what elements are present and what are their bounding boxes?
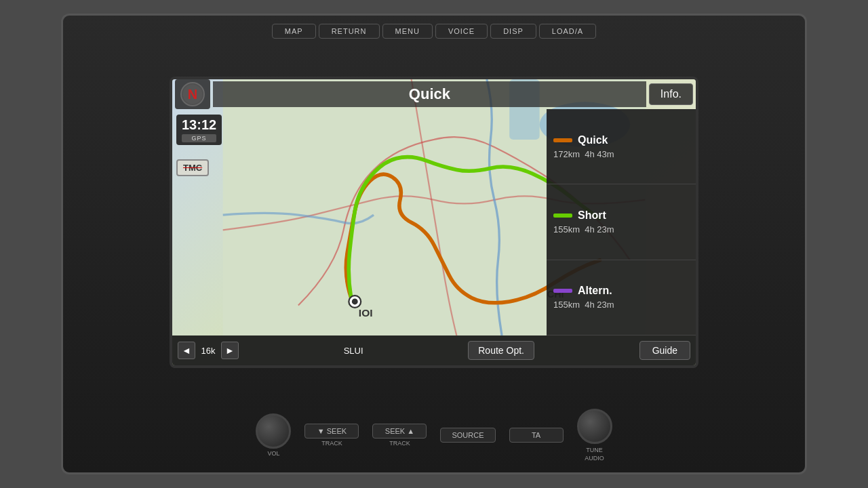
seek-down-group: ▼ SEEK TRACK: [304, 424, 359, 447]
route-short-label-row: Short: [553, 209, 689, 222]
guide-button[interactable]: Guide: [639, 341, 690, 360]
quick-route-detail: 172km 4h 43m: [553, 149, 689, 159]
svg-point-6: [352, 299, 358, 305]
source-button[interactable]: SOURCE: [440, 428, 495, 443]
screen-title: Quick: [213, 81, 646, 107]
short-route-line: [553, 214, 572, 218]
altern-route-detail: 155km 4h 23m: [553, 300, 689, 310]
quick-route-name: Quick: [578, 134, 608, 146]
seek-up-button[interactable]: SEEK ▲: [372, 424, 427, 439]
short-route-name: Short: [578, 209, 606, 222]
zoom-level: 16k: [198, 346, 218, 356]
screen-bezel: IOI CHI N Quick Info.: [170, 77, 698, 368]
seek-down-button[interactable]: ▼ SEEK: [304, 424, 359, 439]
bottom-controls: VOL ▼ SEEK TRACK SEEK ▲ TRACK SOURCE TA …: [63, 403, 805, 467]
compass-icon: N: [180, 82, 205, 106]
top-button-row: MAP RETURN MENU VOICE DISP LOAD/A: [63, 21, 805, 41]
map-button[interactable]: MAP: [272, 24, 316, 39]
time-display: 13:12: [182, 117, 216, 133]
screen-top-bar: N Quick Info.: [172, 79, 696, 109]
menu-button[interactable]: MENU: [382, 24, 433, 39]
route-panel: Quick 172km 4h 43m Short 155km: [547, 109, 696, 336]
disp-button[interactable]: DISP: [490, 24, 536, 39]
info-button[interactable]: Info.: [649, 83, 693, 105]
return-button[interactable]: RETURN: [319, 24, 380, 39]
route-quick[interactable]: Quick 172km 4h 43m: [547, 109, 696, 184]
route-opt-button[interactable]: Route Opt.: [468, 341, 534, 360]
tmc-button[interactable]: TMC: [176, 159, 209, 176]
quick-route-line: [553, 138, 572, 142]
track-down-label: TRACK: [321, 440, 342, 447]
track-up-label: TRACK: [389, 440, 410, 447]
screen-bottom-bar: ◄ 16k ► SLUI Route Opt. Guide: [172, 336, 696, 365]
altern-route-line: [553, 289, 572, 293]
tune-label: TUNE: [586, 447, 603, 453]
compass-button[interactable]: N: [175, 79, 210, 109]
zoom-controls: ◄ 16k ►: [178, 342, 239, 359]
short-route-detail: 155km 4h 23m: [553, 224, 689, 235]
altern-route-name: Altern.: [578, 285, 612, 297]
zoom-forward-button[interactable]: ►: [221, 342, 239, 359]
route-quick-label-row: Quick: [553, 134, 689, 146]
car-unit: MAP RETURN MENU VOICE DISP LOAD/A: [61, 14, 807, 474]
city-label: SLUI: [344, 346, 363, 356]
vol-label: VOL: [267, 450, 279, 457]
voice-button[interactable]: VOICE: [435, 24, 488, 39]
tune-knob[interactable]: [577, 409, 612, 444]
zoom-back-button[interactable]: ◄: [178, 342, 195, 359]
navigation-screen: IOI CHI N Quick Info.: [172, 79, 696, 365]
seek-up-group: SEEK ▲ TRACK: [372, 424, 427, 447]
svg-text:IOI: IOI: [359, 307, 373, 319]
ta-button[interactable]: TA: [509, 428, 564, 443]
gps-badge: GPS: [182, 134, 216, 142]
audio-label: AUDIO: [585, 455, 604, 462]
route-short[interactable]: Short 155km 4h 23m: [547, 184, 696, 260]
map-area[interactable]: IOI CHI N Quick Info.: [172, 79, 696, 336]
load-button[interactable]: LOAD/A: [539, 24, 596, 39]
time-box: 13:12 GPS: [176, 115, 222, 145]
route-altern[interactable]: Altern. 155km 4h 23m: [547, 260, 696, 336]
route-altern-label-row: Altern.: [553, 285, 689, 297]
vol-knob[interactable]: [256, 413, 291, 449]
